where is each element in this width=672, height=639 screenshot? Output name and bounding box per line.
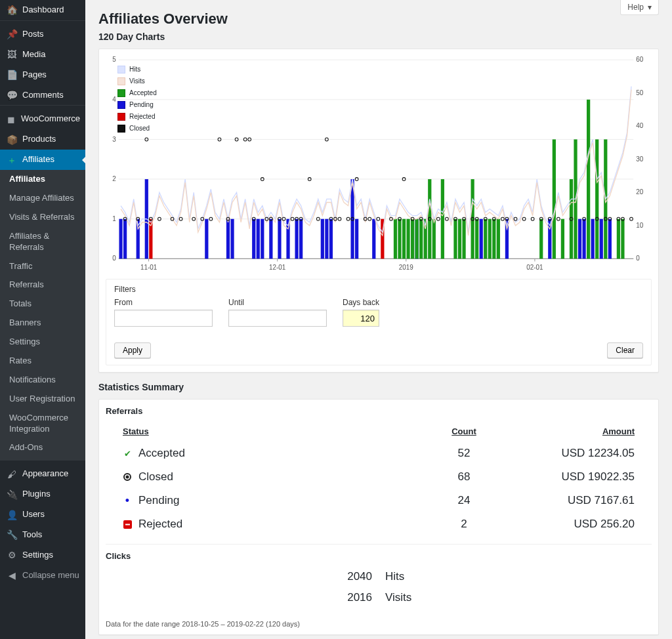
- svg-rect-35: [226, 219, 230, 259]
- sidebar-item-users[interactable]: 👤 Users: [0, 505, 85, 525]
- legend-swatch-closed: [117, 125, 125, 133]
- legend-label: Hits: [129, 66, 140, 73]
- referrals-heading: Referrals: [106, 406, 652, 416]
- amount-value: USD 256.20: [503, 518, 635, 531]
- tools-icon: 🔧: [7, 529, 17, 540]
- svg-rect-89: [621, 219, 624, 259]
- check-icon: ✔: [123, 449, 132, 458]
- submenu-addons[interactable]: Add-Ons: [0, 438, 85, 457]
- sidebar-item-appearance[interactable]: 🖌 Appearance: [0, 464, 85, 484]
- svg-text:11-01: 11-01: [140, 264, 158, 271]
- submenu-manage-affiliates[interactable]: Manage Affiliates: [0, 189, 85, 208]
- submenu-banners[interactable]: Banners: [0, 314, 85, 333]
- submenu-woocommerce-integration[interactable]: WooCommerce Integration: [0, 409, 85, 439]
- svg-rect-52: [480, 219, 483, 259]
- svg-text:40: 40: [636, 122, 643, 129]
- media-icon: 🖼: [7, 49, 17, 60]
- products-icon: 📦: [7, 134, 17, 145]
- collapse-menu[interactable]: ◀ Collapse menu: [0, 566, 85, 586]
- sidebar-item-label: Products: [22, 134, 56, 145]
- until-input[interactable]: [228, 310, 327, 327]
- chart-filters: Filters From Until Days back Apply Clear: [106, 279, 652, 365]
- clicks-label: Hits: [385, 570, 510, 583]
- rejected-icon: [123, 520, 132, 529]
- sidebar-item-pages[interactable]: 📄 Pages: [0, 65, 85, 85]
- submenu-affiliates-referrals[interactable]: Affiliates & Referrals: [0, 227, 85, 257]
- submenu-affiliates[interactable]: Affiliates: [0, 170, 85, 189]
- submenu-traffic[interactable]: Traffic: [0, 257, 85, 276]
- daysback-input[interactable]: [343, 310, 379, 327]
- status-label: Rejected: [138, 518, 182, 531]
- woocommerce-icon: ◼: [7, 114, 16, 125]
- svg-rect-68: [428, 179, 431, 258]
- svg-rect-86: [595, 139, 598, 258]
- apply-button[interactable]: Apply: [114, 342, 151, 358]
- svg-rect-85: [587, 100, 590, 259]
- sidebar-item-label: Appearance: [22, 468, 68, 480]
- sidebar-item-products[interactable]: 📦 Products: [0, 129, 85, 150]
- svg-rect-41: [278, 219, 281, 259]
- referrals-chart: Hits Visits Accepted Pending Rejected Cl…: [106, 56, 652, 272]
- svg-rect-45: [321, 219, 324, 259]
- sidebar-item-label: Plugins: [22, 489, 51, 500]
- sidebar-item-plugins[interactable]: 🔌 Plugins: [0, 484, 85, 505]
- legend-label: Accepted: [129, 90, 157, 96]
- svg-rect-36: [230, 219, 234, 259]
- clicks-table: 2040 Hits 2016 Visits: [247, 566, 510, 608]
- svg-text:1: 1: [112, 215, 116, 222]
- submenu-user-registration[interactable]: User Registration: [0, 390, 85, 409]
- sidebar-item-dashboard[interactable]: 🏠 Dashboard: [0, 0, 85, 20]
- sidebar-item-settings[interactable]: ⚙ Settings: [0, 545, 85, 566]
- submenu-referrals[interactable]: Referrals: [0, 276, 85, 295]
- submenu-settings[interactable]: Settings: [0, 333, 85, 352]
- svg-text:50: 50: [636, 89, 643, 96]
- svg-rect-88: [617, 219, 620, 259]
- submenu-totals[interactable]: Totals: [0, 295, 85, 314]
- svg-rect-58: [600, 219, 603, 259]
- help-tab[interactable]: Help ▾: [620, 0, 659, 15]
- svg-text:20: 20: [636, 188, 643, 196]
- sidebar-item-label: Tools: [22, 529, 42, 541]
- page-title: Affiliates Overview: [98, 10, 659, 28]
- svg-rect-65: [415, 219, 419, 259]
- sidebar-item-affiliates[interactable]: ＋ Affiliates: [0, 150, 85, 170]
- svg-text:10: 10: [636, 222, 643, 229]
- sidebar-item-comments[interactable]: 💬 Comments: [0, 85, 85, 106]
- legend-swatch-hits: [117, 66, 125, 73]
- stats-card: Referrals Status Count Amount ✔ Accepted…: [98, 399, 659, 635]
- svg-rect-47: [329, 219, 333, 259]
- comments-icon: 💬: [7, 90, 17, 100]
- sidebar-item-label: Dashboard: [22, 5, 64, 16]
- svg-rect-37: [252, 219, 255, 259]
- clicks-value: 2016: [247, 591, 372, 604]
- svg-text:4: 4: [112, 96, 116, 103]
- legend-label: Pending: [129, 102, 154, 108]
- filters-title: Filters: [114, 285, 136, 294]
- sidebar-item-label: Collapse menu: [22, 570, 79, 581]
- svg-text:2019: 2019: [399, 264, 413, 271]
- admin-sidebar: 🏠 Dashboard 📌 Posts 🖼 Media 📄 Pages 💬 Co…: [0, 0, 85, 639]
- from-input[interactable]: [114, 310, 213, 327]
- submenu-rates[interactable]: Rates: [0, 352, 85, 371]
- count-value: 68: [425, 470, 503, 484]
- sidebar-item-label: WooCommerce: [21, 113, 80, 125]
- amount-value: USD 7167.61: [503, 494, 635, 507]
- svg-rect-43: [295, 219, 298, 259]
- sidebar-item-media[interactable]: 🖼 Media: [0, 45, 85, 65]
- svg-rect-72: [458, 219, 461, 259]
- svg-rect-83: [570, 179, 573, 258]
- stats-heading: Statistics Summary: [98, 382, 659, 392]
- status-label: Pending: [138, 494, 179, 507]
- sidebar-item-posts[interactable]: 📌 Posts: [0, 24, 85, 45]
- daysback-label: Days back: [343, 298, 379, 307]
- sidebar-item-tools[interactable]: 🔧 Tools: [0, 525, 85, 545]
- submenu-visits-referrals[interactable]: Visits & Referrals: [0, 208, 85, 227]
- submenu-notifications[interactable]: Notifications: [0, 371, 85, 390]
- legend-label: Rejected: [129, 113, 155, 120]
- count-value: 2: [425, 518, 503, 531]
- clear-button[interactable]: Clear: [607, 342, 643, 358]
- svg-rect-79: [497, 219, 500, 259]
- sidebar-item-woocommerce[interactable]: ◼ WooCommerce: [0, 109, 85, 129]
- dashboard-icon: 🏠: [7, 5, 17, 15]
- settings-icon: ⚙: [7, 550, 17, 560]
